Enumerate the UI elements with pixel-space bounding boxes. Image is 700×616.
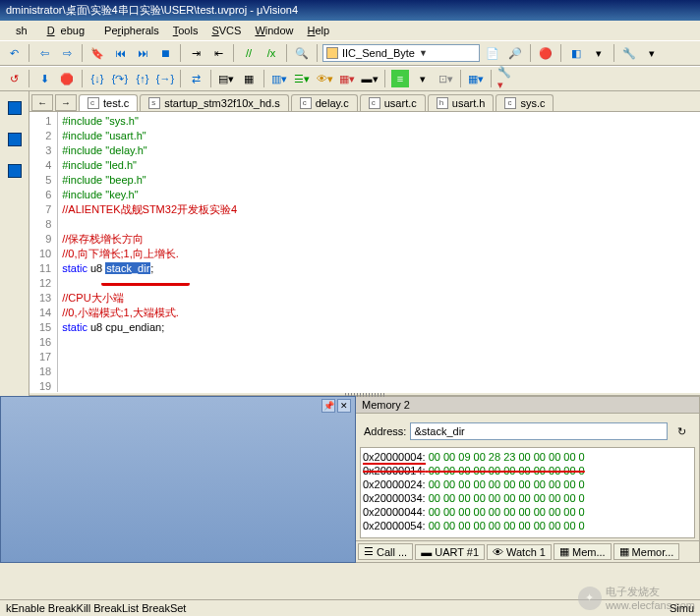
step-icon[interactable]: {↓} (88, 69, 107, 88)
bookmark-icon[interactable]: 🔖 (88, 43, 107, 63)
disasm-icon[interactable]: ▦ (239, 69, 259, 88)
tab-label: startup_stm32f10x_hd.s (164, 97, 279, 109)
memory-bottom-tabs: ☰Call ... ▬UART #1 👁Watch 1 ▦Mem... ▦Mem… (356, 540, 699, 562)
menu-tools[interactable]: Tools (167, 23, 204, 38)
tab-uart[interactable]: ▬UART #1 (415, 544, 485, 560)
memory-icon[interactable]: ▦▾ (337, 69, 357, 88)
forward-icon[interactable]: ⇨ (57, 43, 77, 63)
show-code-icon[interactable]: ⇄ (186, 69, 205, 88)
watermark-brand: 电子发烧友 (606, 585, 695, 599)
separator (233, 44, 234, 62)
left-margin-pane (0, 91, 29, 396)
analyzer-drop-icon[interactable]: ▾ (413, 69, 433, 88)
tab-startup[interactable]: startup_stm32f10x_hd.s (140, 94, 288, 111)
find-icon[interactable]: 🔍 (292, 43, 312, 63)
command-window[interactable]: 📌 ✕ (0, 396, 356, 563)
step-out-icon[interactable]: {↑} (133, 69, 152, 88)
tab-delay-c[interactable]: delay.c (291, 94, 358, 111)
memory-address-row: Address: ↻ (356, 414, 699, 445)
memory-refresh-icon[interactable]: ↻ (671, 421, 691, 441)
c-file-icon (504, 97, 516, 109)
system-icon[interactable]: ▦▾ (466, 69, 486, 88)
pin-icon[interactable]: 📌 (321, 399, 335, 413)
window2-icon[interactable]: ▾ (589, 43, 609, 63)
tab-label: Call ... (377, 546, 407, 558)
bookmark-next-icon[interactable]: ⏭ (133, 43, 152, 63)
bookmark-clear-icon[interactable]: ⏹ (155, 43, 175, 63)
trace-icon[interactable]: ⊡▾ (436, 69, 455, 88)
line-gutter: 1234567891011121314151617181920 (29, 112, 58, 392)
search-icon[interactable]: 🔎 (505, 43, 525, 63)
tab-memory2[interactable]: ▦Memor... (613, 543, 680, 560)
menu-peripherals[interactable]: Peripherals (98, 23, 165, 38)
reset-icon[interactable]: ↺ (4, 69, 24, 88)
menu-flash[interactable]: sh (4, 23, 39, 38)
watch-icon[interactable]: 👁▾ (315, 69, 334, 88)
address-input[interactable] (410, 422, 668, 440)
tab-label: Watch 1 (506, 546, 546, 558)
tab-callstack[interactable]: ☰Call ... (358, 543, 413, 560)
separator (560, 44, 561, 62)
menu-svcs[interactable]: SVCS (205, 23, 247, 38)
tab-watch[interactable]: 👁Watch 1 (487, 544, 552, 560)
code-editor[interactable]: 1234567891011121314151617181920 #include… (29, 112, 700, 392)
find-in-files-icon[interactable]: 📄 (483, 43, 502, 63)
serial-icon[interactable]: ▬▾ (360, 69, 379, 88)
stack-icon: ☰ (364, 545, 374, 558)
memory-icon: ▦ (619, 545, 629, 558)
code-content[interactable]: #include "sys.h"#include "usart.h"#inclu… (58, 112, 272, 392)
watch-icon: 👁 (493, 546, 503, 558)
function-icon (326, 47, 338, 59)
step-over-icon[interactable]: {↷} (110, 69, 130, 88)
separator (384, 70, 385, 87)
uncomment-icon[interactable]: /x (262, 43, 281, 63)
tab-nav-next[interactable]: → (55, 94, 77, 111)
file-tabs: ← → test.c startup_stm32f10x_hd.s delay.… (29, 91, 700, 112)
bookmark-prev-icon[interactable]: ⏮ (110, 43, 130, 63)
tab-usart-c[interactable]: usart.c (360, 94, 426, 111)
serial-icon: ▬ (421, 546, 432, 558)
s-file-icon (148, 97, 160, 109)
tab-memory[interactable]: ▦Mem... (554, 543, 612, 560)
marker-icon[interactable] (8, 101, 22, 115)
register-icon[interactable]: ▥▾ (269, 69, 289, 88)
menu-debug[interactable]: Debug (41, 23, 96, 38)
tab-label: Mem... (572, 546, 606, 558)
stop-icon[interactable]: 🛑 (57, 69, 77, 88)
indent-icon[interactable]: ⇥ (186, 43, 205, 63)
tab-label: sys.c (520, 97, 545, 109)
tab-label: usart.h (452, 97, 486, 109)
undo-icon[interactable]: ↶ (4, 43, 24, 63)
toolbox-icon[interactable]: 🔧▾ (496, 69, 516, 88)
marker-icon[interactable] (8, 164, 22, 178)
tab-nav-prev[interactable]: ← (31, 94, 53, 111)
toolbar-2: ↺ ⬇ 🛑 {↓} {↷} {↑} {→} ⇄ ▤▾ ▦ ▥▾ ☰▾ 👁▾ ▦▾… (0, 66, 700, 91)
tab-label: delay.c (316, 97, 349, 109)
run-to-icon[interactable]: {→} (155, 69, 175, 88)
analyzer-green-icon[interactable]: ≡ (390, 69, 410, 88)
close-icon[interactable]: ✕ (337, 399, 351, 413)
debug-icon[interactable]: 🔴 (536, 43, 555, 63)
c-file-icon (369, 97, 380, 109)
memory-hex-view[interactable]: 0x20000004: 00 00 09 00 28 23 00 00 00 0… (360, 447, 695, 538)
separator (180, 44, 181, 62)
menu-bar: sh Debug Peripherals Tools SVCS Window H… (0, 21, 700, 40)
config-drop-icon[interactable]: ▾ (642, 43, 662, 63)
tab-usart-h[interactable]: usart.h (428, 94, 495, 111)
run-icon[interactable]: ⬇ (34, 69, 54, 88)
tab-sys-c[interactable]: sys.c (496, 94, 554, 111)
config-icon[interactable]: 🔧 (619, 43, 639, 63)
editor-area: ← → test.c startup_stm32f10x_hd.s delay.… (29, 91, 700, 396)
separator (82, 70, 83, 87)
back-icon[interactable]: ⇦ (34, 43, 54, 63)
menu-help[interactable]: Help (302, 23, 336, 38)
marker-icon[interactable] (8, 133, 22, 146)
comment-icon[interactable]: // (239, 43, 259, 63)
callstack-icon[interactable]: ☰▾ (292, 69, 312, 88)
tab-test-c[interactable]: test.c (79, 94, 138, 112)
symbol-combo[interactable]: IIC_Send_Byte ▼ (322, 44, 480, 62)
cmd-window-icon[interactable]: ▤▾ (216, 69, 236, 88)
menu-window[interactable]: Window (249, 23, 299, 38)
window-icon[interactable]: ◧ (566, 43, 586, 63)
outdent-icon[interactable]: ⇤ (208, 43, 228, 63)
